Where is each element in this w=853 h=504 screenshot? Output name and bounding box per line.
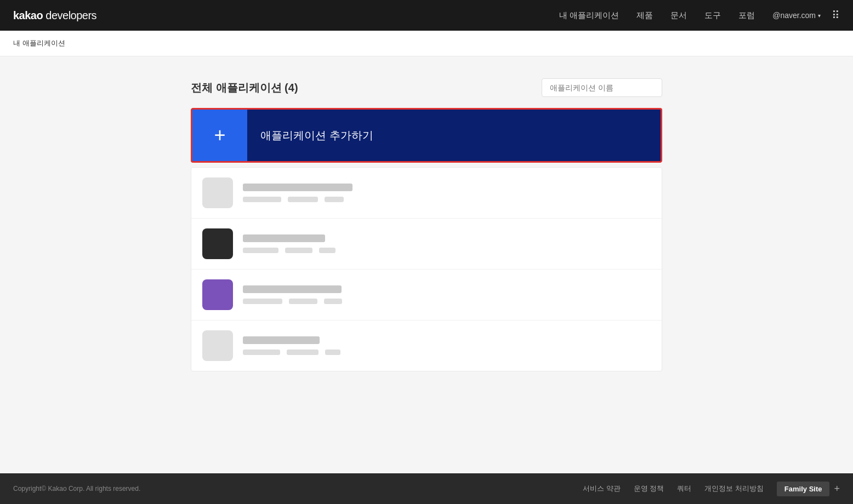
family-site-section: Family Site + <box>777 482 840 496</box>
header: kakao developers 내 애플리케이션 제품 문서 도구 포럼 @n… <box>0 0 853 31</box>
chevron-down-icon: ▾ <box>818 13 821 19</box>
app-info-3 <box>243 285 651 304</box>
app-icon-2 <box>202 228 233 259</box>
app-info-2 <box>243 234 651 253</box>
app-meta-item-4a <box>243 350 280 355</box>
user-menu[interactable]: @naver.com ▾ <box>772 11 821 20</box>
nav-forum[interactable]: 포럼 <box>738 10 755 21</box>
app-meta-item-1b <box>288 197 318 202</box>
family-site-plus-icon[interactable]: + <box>834 483 840 495</box>
app-meta-item-3b <box>289 299 317 304</box>
app-icon-3 <box>202 279 233 310</box>
footer-links: 서비스 약관 운영 정책 쿼터 개인정보 처리방침 Family Site + <box>583 482 840 496</box>
search-input[interactable] <box>542 78 662 97</box>
app-meta-2 <box>243 248 651 253</box>
breadcrumb: 내 애플리케이션 <box>0 31 853 56</box>
app-item-3[interactable] <box>191 270 662 320</box>
app-meta-item-3c <box>324 299 342 304</box>
app-meta-item-2b <box>285 248 312 253</box>
app-meta-1 <box>243 197 651 202</box>
app-item-2[interactable] <box>191 219 662 270</box>
app-info-4 <box>243 336 651 355</box>
footer-privacy[interactable]: 개인정보 처리방침 <box>704 484 764 494</box>
add-app-plus-bg: + <box>192 110 247 161</box>
app-meta-item-4b <box>287 350 319 355</box>
main-nav: 내 애플리케이션 제품 문서 도구 포럼 <box>559 10 755 21</box>
nav-products[interactable]: 제품 <box>636 10 653 21</box>
add-app-button[interactable]: + 애플리케이션 추가하기 <box>191 108 662 163</box>
app-item-4[interactable] <box>191 320 662 371</box>
nav-my-apps[interactable]: 내 애플리케이션 <box>559 10 619 21</box>
plus-icon: + <box>214 125 225 145</box>
app-meta-item-4c <box>325 350 340 355</box>
app-meta-4 <box>243 350 651 355</box>
app-meta-item-2c <box>319 248 335 253</box>
app-icon-1 <box>202 177 233 208</box>
main-content: 전체 애플리케이션 (4) + 애플리케이션 추가하기 <box>0 56 853 473</box>
add-app-label: 애플리케이션 추가하기 <box>260 128 373 143</box>
app-icon-4 <box>202 330 233 361</box>
app-name-2 <box>243 234 325 242</box>
app-name-1 <box>243 184 352 191</box>
app-item-1[interactable] <box>191 168 662 219</box>
user-email: @naver.com <box>772 11 816 20</box>
nav-docs[interactable]: 문서 <box>670 10 687 21</box>
footer-quota[interactable]: 쿼터 <box>677 484 691 494</box>
app-meta-item-2a <box>243 248 278 253</box>
footer: Copyright© Kakao Corp. All rights reserv… <box>0 473 853 504</box>
app-name-3 <box>243 285 342 293</box>
logo[interactable]: kakao developers <box>13 9 96 22</box>
family-site-button[interactable]: Family Site <box>777 482 830 496</box>
app-list <box>191 167 662 371</box>
apps-grid-icon[interactable]: ⠿ <box>832 9 840 22</box>
footer-terms[interactable]: 서비스 약관 <box>583 484 621 494</box>
content-wrapper: 전체 애플리케이션 (4) + 애플리케이션 추가하기 <box>191 78 662 371</box>
app-info-1 <box>243 184 651 202</box>
footer-policy[interactable]: 운영 정책 <box>634 484 664 494</box>
app-meta-item-3a <box>243 299 282 304</box>
app-name-4 <box>243 336 320 344</box>
breadcrumb-label: 내 애플리케이션 <box>13 39 65 47</box>
nav-tools[interactable]: 도구 <box>704 10 721 21</box>
footer-copyright: Copyright© Kakao Corp. All rights reserv… <box>13 485 140 492</box>
title-row: 전체 애플리케이션 (4) <box>191 78 662 97</box>
app-meta-item-1c <box>325 197 344 202</box>
app-meta-item-1a <box>243 197 281 202</box>
app-meta-3 <box>243 299 651 304</box>
page-title: 전체 애플리케이션 (4) <box>191 81 298 95</box>
